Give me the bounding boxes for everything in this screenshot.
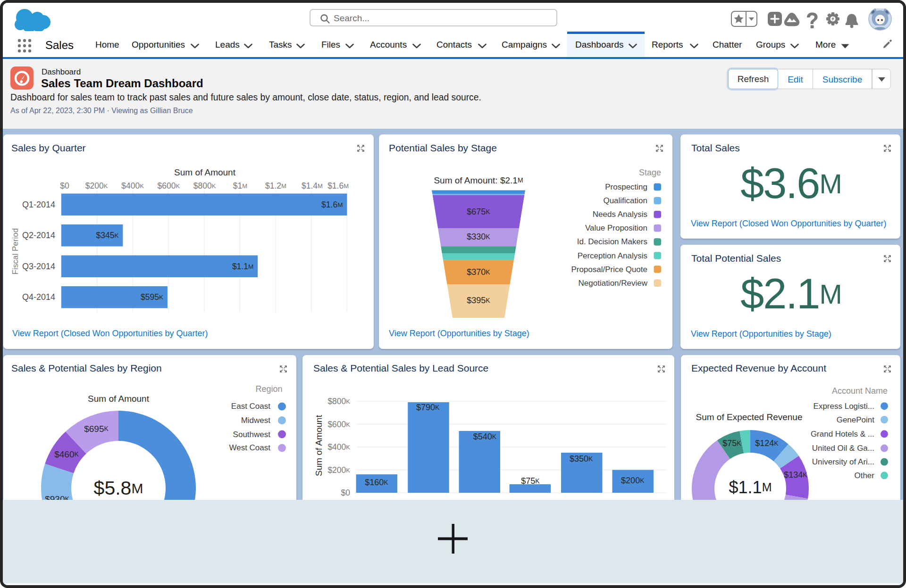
svg-text:$600K: $600K (327, 420, 350, 429)
svg-text:GenePoint: GenePoint (837, 415, 875, 424)
svg-text:Grand Hotels & ...: Grand Hotels & ... (811, 430, 874, 439)
svg-text:$75K: $75K (722, 439, 741, 448)
svg-text:$790K: $790K (416, 403, 440, 412)
svg-text:$400K: $400K (121, 181, 144, 190)
svg-text:Prospecting: Prospecting (605, 182, 647, 191)
svg-text:$75K: $75K (521, 476, 540, 486)
svg-text:$350K: $350K (570, 454, 593, 464)
svg-text:Sum of Amount: Sum of Amount (174, 167, 236, 177)
svg-text:$540K: $540K (473, 432, 497, 441)
svg-text:$0: $0 (341, 488, 351, 497)
svg-text:Express Logisti...: Express Logisti... (814, 402, 874, 411)
svg-text:$1.1M: $1.1M (232, 262, 253, 271)
svg-text:$695K: $695K (84, 424, 109, 434)
svg-text:Southwest: Southwest (233, 430, 271, 439)
svg-text:Id. Decision Makers: Id. Decision Makers (577, 237, 647, 246)
svg-text:$1.6M: $1.6M (321, 200, 343, 209)
svg-text:$200K: $200K (327, 465, 350, 475)
svg-text:Sum of Amount: Sum of Amount (88, 394, 150, 404)
svg-text:$370K: $370K (467, 267, 490, 277)
svg-text:$1.1M: $1.1M (729, 478, 772, 497)
svg-text:$124K: $124K (755, 439, 779, 448)
svg-text:$134K: $134K (784, 470, 807, 480)
svg-text:$595K: $595K (141, 292, 163, 302)
svg-text:$800K: $800K (327, 397, 350, 406)
svg-text:$1.2M: $1.2M (265, 181, 286, 190)
svg-text:United Oil & Ga...: United Oil & Ga... (812, 444, 874, 453)
svg-text:Negotiation/Review: Negotiation/Review (579, 279, 648, 288)
svg-text:Q4-2014: Q4-2014 (22, 292, 55, 302)
svg-text:Proposal/Price Quote: Proposal/Price Quote (571, 265, 647, 274)
svg-text:Sum of Amount: Sum of Amount (314, 414, 324, 476)
svg-text:$200K: $200K (621, 476, 645, 485)
svg-text:$460K: $460K (54, 449, 79, 459)
svg-text:Stage: Stage (639, 168, 661, 177)
svg-text:$160K: $160K (365, 478, 388, 487)
svg-text:West Coast: West Coast (229, 443, 270, 452)
svg-text:Other: Other (854, 471, 874, 480)
svg-text:Q2-2014: Q2-2014 (22, 231, 55, 240)
svg-text:Fiscal Period: Fiscal Period (11, 228, 20, 274)
svg-text:Sum of Amount: $2.1M: Sum of Amount: $2.1M (434, 175, 523, 185)
svg-text:$400K: $400K (327, 442, 350, 452)
svg-text:$800K: $800K (193, 181, 216, 190)
svg-text:$0: $0 (60, 181, 69, 190)
svg-text:University of Ari...: University of Ari... (812, 457, 874, 466)
svg-text:$1.4M: $1.4M (302, 181, 323, 190)
svg-text:$600K: $600K (158, 181, 180, 190)
svg-text:$3.6M: $3.6M (740, 160, 841, 207)
svg-text:Q1-2014: Q1-2014 (22, 200, 55, 209)
svg-text:Region: Region (255, 384, 282, 394)
svg-text:Q3-2014: Q3-2014 (22, 262, 55, 271)
svg-text:$5.8M: $5.8M (94, 477, 143, 499)
svg-text:$330K: $330K (467, 232, 490, 241)
svg-text:Midwest: Midwest (241, 416, 271, 425)
svg-text:East Coast: East Coast (231, 402, 270, 411)
svg-text:Perception Analysis: Perception Analysis (578, 251, 647, 260)
svg-text:Needs Analysis: Needs Analysis (593, 210, 647, 219)
svg-text:Account Name: Account Name (832, 386, 888, 396)
svg-text:$200K: $200K (85, 181, 108, 190)
svg-text:Value Proposition: Value Proposition (585, 224, 647, 232)
svg-text:$395K: $395K (467, 296, 490, 305)
svg-text:Sum of Expected Revenue: Sum of Expected Revenue (696, 412, 802, 422)
svg-text:$675K: $675K (467, 207, 490, 216)
svg-text:Qualification: Qualification (603, 196, 647, 205)
svg-text:$1.6M: $1.6M (327, 181, 349, 190)
svg-text:$1M: $1M (233, 181, 247, 190)
svg-text:$2.1M: $2.1M (740, 270, 841, 317)
svg-text:$345K: $345K (96, 231, 118, 240)
